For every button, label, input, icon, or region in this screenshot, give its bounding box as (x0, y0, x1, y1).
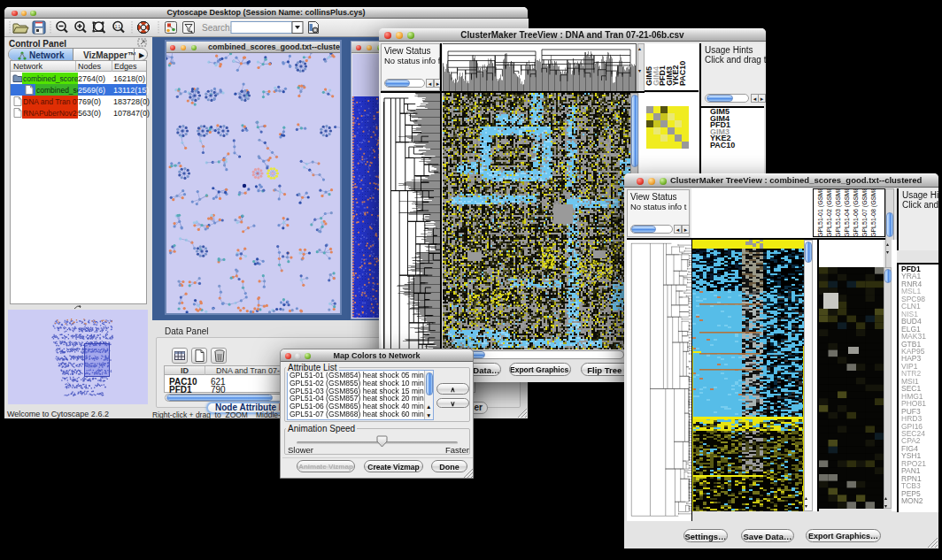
svg-text:Search:: Search: (202, 23, 232, 33)
svg-text:1:1: 1:1 (115, 25, 121, 29)
